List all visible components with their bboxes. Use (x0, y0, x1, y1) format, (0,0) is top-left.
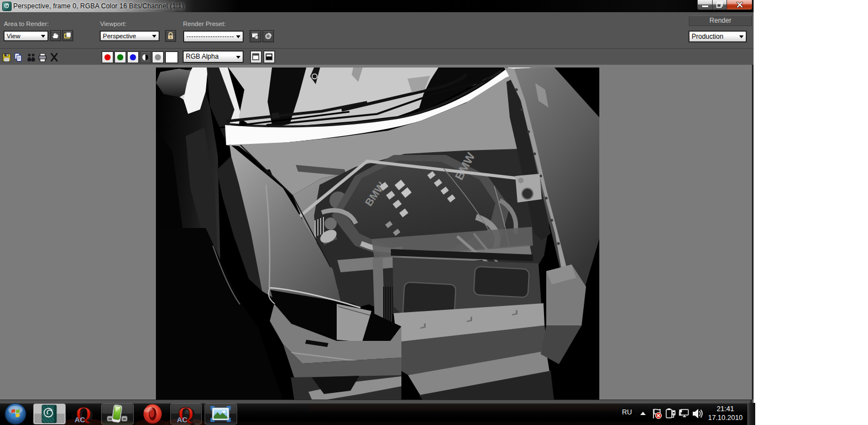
svg-text:AC: AC (177, 416, 187, 424)
svg-text:AC: AC (75, 416, 85, 424)
